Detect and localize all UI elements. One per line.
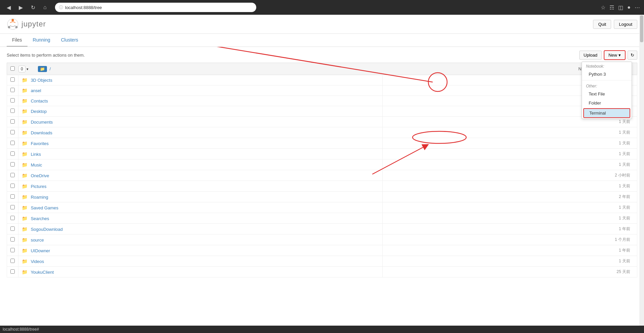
- table-row: 📁 Searches 1 天前: [7, 213, 637, 224]
- check-all-cell: [10, 66, 18, 72]
- file-name-link[interactable]: YoukuClient: [31, 270, 54, 275]
- svg-point-2: [8, 26, 10, 28]
- folder-icon: 📁: [22, 259, 28, 264]
- file-table: 📁 3D Objects 📁 ansel 📁 Contacts: [7, 75, 637, 277]
- table-row: 📁 Videos 1 天前: [7, 256, 637, 267]
- back-button[interactable]: ◀: [4, 3, 13, 12]
- row-checkbox[interactable]: [10, 216, 15, 220]
- text-file-item[interactable]: Text File: [582, 89, 632, 98]
- row-checkbox[interactable]: [10, 259, 15, 263]
- chrome-right-icons: ☆ ☶ ◫ ● ⋯: [601, 4, 640, 11]
- tab-files[interactable]: Files: [7, 34, 28, 47]
- new-label: New: [608, 53, 617, 58]
- new-button[interactable]: New ▾: [604, 50, 626, 60]
- table-row: 📁 3D Objects: [7, 75, 637, 85]
- file-name-link[interactable]: 3D Objects: [31, 78, 52, 83]
- bookmark-collection-icon[interactable]: ☶: [609, 4, 614, 11]
- address-bar[interactable]: ⓘ localhost:8888/tree: [55, 3, 256, 12]
- table-row: 📁 Pictures 1 天前: [7, 181, 637, 192]
- dropdown-divider: [582, 80, 632, 80]
- row-checkbox[interactable]: [10, 173, 15, 177]
- tab-clusters[interactable]: Clusters: [56, 34, 84, 47]
- file-name-link[interactable]: Documents: [31, 120, 53, 125]
- file-name-link[interactable]: Saved Games: [31, 205, 58, 210]
- last-mod-cell: 1 年前: [382, 224, 637, 235]
- folder-icon: 📁: [22, 109, 28, 114]
- row-checkbox[interactable]: [10, 130, 15, 134]
- file-name-link[interactable]: ansel: [31, 88, 41, 93]
- last-mod-cell: 1 天前: [382, 149, 637, 159]
- last-mod-cell: 1 天前: [382, 213, 637, 224]
- row-checkbox[interactable]: [10, 194, 15, 199]
- file-name-link[interactable]: Searches: [31, 216, 49, 221]
- refresh-button[interactable]: ↻: [628, 51, 637, 60]
- row-checkbox[interactable]: [10, 77, 15, 82]
- file-name-link[interactable]: Favorites: [31, 141, 49, 146]
- home-button[interactable]: ⌂: [40, 3, 50, 12]
- row-checkbox[interactable]: [10, 109, 15, 113]
- folder-icon: 📁: [22, 184, 28, 189]
- row-checkbox[interactable]: [10, 141, 15, 145]
- row-checkbox[interactable]: [10, 151, 15, 156]
- file-name-link[interactable]: Downloads: [31, 130, 52, 135]
- tabs-bar: Files Running Clusters: [0, 34, 644, 47]
- file-name-link[interactable]: SogouDownload: [31, 227, 63, 232]
- header-buttons: Quit Logout: [593, 20, 637, 29]
- extensions-icon[interactable]: ◫: [618, 4, 623, 11]
- row-checkbox[interactable]: [10, 162, 15, 166]
- profile-icon[interactable]: ●: [627, 4, 631, 10]
- row-checkbox[interactable]: [10, 269, 15, 274]
- logout-button[interactable]: Logout: [614, 20, 637, 29]
- python3-item[interactable]: Python 3: [582, 70, 632, 79]
- menu-icon[interactable]: ⋯: [635, 4, 640, 11]
- upload-button[interactable]: Upload: [579, 51, 602, 60]
- folder-icon: 📁: [22, 98, 28, 104]
- row-checkbox[interactable]: [10, 119, 15, 124]
- table-row: 📁 UIDowner 1 年前: [7, 245, 637, 256]
- file-name-link[interactable]: UIDowner: [31, 248, 50, 253]
- scrollbar-thumb[interactable]: [640, 15, 643, 42]
- select-text: Select items to perform actions on them.: [7, 53, 85, 58]
- table-row: 📁 Favorites 1 天前: [7, 138, 637, 149]
- terminal-item[interactable]: Terminal: [583, 108, 630, 118]
- row-checkbox[interactable]: [10, 184, 15, 188]
- last-mod-cell: 2 年前: [382, 192, 637, 202]
- file-name-link[interactable]: source: [31, 238, 44, 243]
- file-name-link[interactable]: Music: [31, 162, 42, 168]
- file-name-link[interactable]: Desktop: [31, 109, 47, 114]
- reload-button[interactable]: ↻: [28, 3, 38, 12]
- tab-running[interactable]: Running: [28, 34, 56, 47]
- dropdown-caret-count[interactable]: ▾: [26, 67, 29, 71]
- file-name-link[interactable]: OneDrive: [31, 173, 49, 178]
- table-row: 📁 source 1 个月前: [7, 235, 637, 245]
- row-checkbox[interactable]: [10, 237, 15, 242]
- table-row: 📁 YoukuClient 25 天前: [7, 267, 637, 277]
- file-name-link[interactable]: Videos: [31, 259, 44, 264]
- folder-icon: 📁: [22, 151, 28, 157]
- folder-icon: 📁: [22, 141, 28, 146]
- scrollbar[interactable]: [639, 15, 644, 287]
- row-checkbox[interactable]: [10, 248, 15, 252]
- notebook-section-label: Notebook:: [582, 62, 632, 70]
- check-all-checkbox[interactable]: [10, 66, 15, 71]
- folder-icon: 📁: [22, 237, 28, 243]
- file-name-link[interactable]: Roaming: [31, 195, 48, 200]
- file-name-link[interactable]: Contacts: [31, 98, 48, 104]
- row-checkbox[interactable]: [10, 98, 15, 103]
- svg-point-3: [15, 26, 18, 28]
- table-row: 📁 ansel: [7, 85, 637, 96]
- row-checkbox[interactable]: [10, 226, 15, 231]
- quit-button[interactable]: Quit: [593, 20, 611, 29]
- file-name-link[interactable]: Links: [31, 152, 41, 157]
- table-row: 📁 Desktop: [7, 106, 637, 117]
- folder-icon: 📁: [22, 88, 28, 93]
- folder-item[interactable]: Folder: [582, 98, 632, 108]
- new-caret-icon: ▾: [619, 53, 621, 58]
- bookmark-icon[interactable]: ☆: [601, 4, 605, 11]
- row-checkbox[interactable]: [10, 88, 15, 92]
- forward-button[interactable]: ▶: [16, 3, 25, 12]
- folder-icon: 📁: [22, 216, 28, 221]
- file-name-link[interactable]: Pictures: [31, 184, 47, 189]
- last-mod-cell: 2 小时前: [382, 170, 637, 181]
- row-checkbox[interactable]: [10, 205, 15, 209]
